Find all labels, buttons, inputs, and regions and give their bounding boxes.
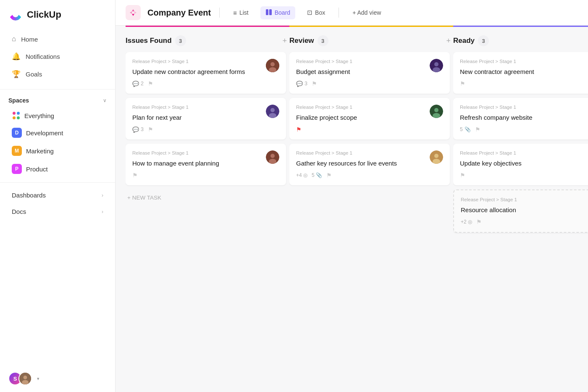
card-budget-assignment[interactable]: Release Project > Stage 1 Budget assignm… [289, 52, 450, 94]
logo[interactable]: ClickUp [0, 0, 115, 29]
card-title: How to manage event planning [132, 159, 279, 168]
avatar [430, 150, 443, 164]
comment-icon: 💬 [296, 81, 303, 87]
attachment-count: 5 📎 [312, 172, 322, 178]
comment-count: 💬 3 [296, 81, 307, 87]
card-footer: ⚑ [460, 172, 588, 179]
flag-icon: ⚑ [326, 172, 332, 179]
cards-issues: Release Project > Stage 1 Update new con… [126, 52, 289, 189]
flag-icon: ⚑ [475, 126, 480, 133]
card-title: Resource allocation [461, 205, 588, 214]
view-list-button[interactable]: ≡ List [228, 7, 254, 19]
column-review: Review 3 + Release Project > Stage 1 Bud… [289, 26, 453, 382]
new-task-label: + NEW TASK [127, 195, 161, 201]
column-add-review[interactable]: + [444, 36, 453, 46]
svg-point-19 [433, 113, 440, 118]
sidebar-item-notifications-label: Notifications [26, 53, 60, 60]
card-breadcrumb: Release Project > Stage 1 [132, 59, 279, 64]
card-update-contractor[interactable]: Release Project > Stage 1 Update new con… [126, 52, 286, 94]
card-resource-allocation[interactable]: Release Project > Stage 1 Resource alloc… [453, 189, 588, 233]
project-icon [126, 5, 141, 20]
docs-chevron-icon: › [102, 209, 103, 215]
board-icon-svg [265, 9, 272, 16]
card-refresh-website[interactable]: Release Project > Stage 1 Refresh compan… [453, 98, 588, 139]
avatar [430, 105, 443, 118]
view-list-label: List [239, 9, 249, 16]
spaces-section-header[interactable]: Spaces ∨ [0, 94, 115, 107]
board-view-icon [265, 9, 272, 17]
card-footer: +4 ◎ 5 📎 ⚑ [296, 172, 443, 179]
comment-number: 2 [141, 81, 144, 87]
spaces-list: Everything D Development M Marketing P P… [0, 107, 115, 178]
sidebar-item-development[interactable]: D Development [3, 124, 112, 142]
card-footer: ⚑ [296, 126, 443, 133]
svg-point-9 [270, 108, 275, 112]
svg-rect-4 [269, 9, 272, 15]
sidebar-item-goals-label: Goals [26, 71, 42, 78]
column-count-ready: 3 [478, 35, 489, 46]
everything-icon [12, 111, 20, 120]
avatar-user-2[interactable] [18, 372, 32, 385]
project-title: Company Event [147, 8, 211, 18]
footer-chevron-icon[interactable]: ▾ [37, 376, 39, 381]
card-new-contractor-agreement[interactable]: Release Project > Stage 1 New contractor… [453, 52, 588, 94]
card-title: Finalize project scope [296, 113, 443, 122]
card-breadcrumb: Release Project > Stage 1 [296, 150, 443, 155]
comment-count: 💬 2 [132, 81, 144, 87]
card-footer: 💬 2 ⚑ [132, 80, 279, 87]
card-breadcrumb: Release Project > Stage 1 [132, 150, 279, 155]
header-divider-2 [339, 8, 339, 18]
avatar [430, 59, 443, 72]
view-box-button[interactable]: ⊡ Box [302, 6, 330, 19]
column-header-ready: Ready 3 + [453, 26, 588, 52]
sidebar-item-notifications[interactable]: 🔔 Notifications [3, 48, 112, 65]
column-add-issues[interactable]: + [280, 36, 289, 46]
avatar [266, 59, 279, 72]
column-count-issues: 3 [175, 35, 186, 46]
column-title-review: Review [289, 37, 314, 45]
view-box-label: Box [315, 9, 325, 16]
flag-icon: ⚑ [132, 172, 138, 179]
card-event-planning[interactable]: Release Project > Stage 1 How to manage … [126, 144, 286, 185]
card-update-objectives[interactable]: Release Project > Stage 1 Update key obj… [453, 144, 588, 185]
checklist-text: +4 ◎ [296, 172, 307, 178]
sidebar-item-dashboards[interactable]: Dashboards › [3, 187, 112, 203]
card-finalize-scope[interactable]: Release Project > Stage 1 Finalize proje… [289, 98, 450, 139]
column-ready: Ready 3 + Release Project > Stage 1 New … [453, 26, 588, 382]
svg-point-2 [22, 380, 29, 385]
comment-icon: 💬 [132, 81, 139, 87]
card-breadcrumb: Release Project > Stage 1 [296, 105, 443, 110]
checklist-count: +4 ◎ [296, 172, 307, 178]
attachment-text: 5 📎 [312, 172, 322, 178]
sidebar-nav: ⌂ Home 🔔 Notifications 🏆 Goals [0, 29, 115, 85]
spaces-label: Spaces [8, 97, 29, 104]
svg-point-21 [434, 154, 438, 158]
avatar-img [19, 372, 31, 385]
sidebar-item-product[interactable]: P Product [3, 160, 112, 178]
sidebar-item-marketing[interactable]: M Marketing [3, 142, 112, 160]
card-plan-next-year[interactable]: Release Project > Stage 1 Plan for next … [126, 98, 286, 139]
sidebar-item-everything[interactable]: Everything [3, 108, 112, 124]
card-gather-resources[interactable]: Release Project > Stage 1 Gather key res… [289, 144, 450, 185]
card-footer: 5 📎 ⚑ [460, 126, 588, 133]
goals-icon: 🏆 [12, 70, 21, 79]
view-board-button[interactable]: Board [260, 6, 295, 19]
add-view-button[interactable]: + Add view [347, 7, 386, 18]
dashboards-label: Dashboards [12, 192, 46, 199]
card-title: Gather key resources for live events [296, 159, 443, 168]
sidebar-item-goals[interactable]: 🏆 Goals [3, 66, 112, 83]
card-title: New contractor agreement [460, 67, 588, 76]
sidebar-item-home[interactable]: ⌂ Home [3, 31, 112, 47]
new-task-button[interactable]: + NEW TASK [126, 190, 289, 205]
svg-point-22 [433, 159, 440, 164]
flag-icon: ⚑ [148, 126, 153, 133]
sidebar-item-docs[interactable]: Docs › [3, 204, 112, 219]
sidebar-item-everything-label: Everything [24, 112, 54, 119]
column-count-review: 3 [318, 35, 328, 46]
card-breadcrumb: Release Project > Stage 1 [132, 105, 279, 110]
svg-point-6 [270, 62, 275, 66]
spaces-chevron-icon: ∨ [103, 97, 107, 103]
card-title: Update key objectives [460, 159, 588, 168]
marketing-badge: M [12, 146, 22, 156]
avatar-group: S [8, 372, 32, 385]
